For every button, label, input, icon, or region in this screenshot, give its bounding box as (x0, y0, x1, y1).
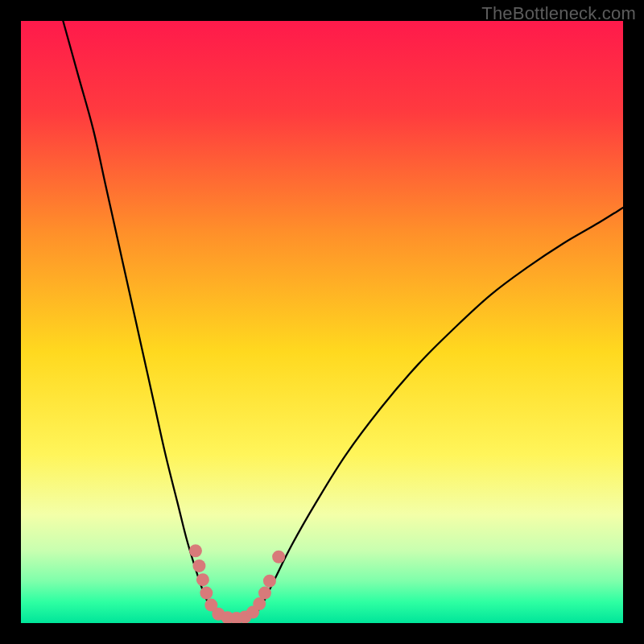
chart-marker (189, 544, 202, 557)
chart-plot (21, 21, 623, 623)
chart-marker (263, 575, 276, 588)
chart-marker (272, 551, 285, 564)
chart-marker (192, 559, 205, 572)
chart-marker (258, 587, 271, 600)
chart-marker (196, 573, 209, 586)
chart-frame (21, 21, 623, 623)
chart-marker (200, 587, 213, 600)
chart-background (21, 21, 623, 623)
